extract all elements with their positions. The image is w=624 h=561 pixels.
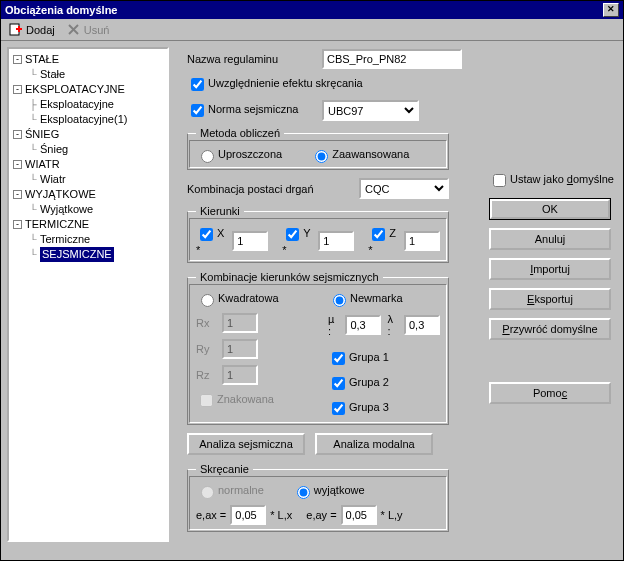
method-group: Metoda obliczeń Uproszczona Zaawansowana [187, 127, 449, 170]
z-input[interactable] [404, 231, 440, 251]
side-panel: Ustaw jako domyślne OK Anuluj Importuj E… [489, 171, 611, 404]
collapse-icon[interactable]: - [13, 160, 22, 169]
tree-node-stale-child[interactable]: └Stałe [11, 67, 165, 82]
collapse-icon[interactable]: - [13, 130, 22, 139]
branch-icon: └ [29, 142, 37, 157]
remove-icon [67, 23, 80, 36]
branch-icon: └ [29, 172, 37, 187]
norm-select[interactable]: UBC97 [322, 100, 419, 121]
add-page-icon [9, 23, 22, 36]
ry-label: Ry [196, 343, 218, 355]
help-button[interactable]: Pomoc [489, 382, 611, 404]
komb-select[interactable]: CQC [359, 178, 449, 199]
kwadr-radio[interactable]: Kwadratowa [196, 291, 304, 307]
tree-node-wyj[interactable]: -WYJĄTKOWE [11, 187, 165, 202]
rz-input [222, 365, 258, 385]
rx-input [222, 313, 258, 333]
branch-icon: └ [29, 232, 37, 247]
ry-input [222, 339, 258, 359]
branch-icon: ├ [29, 97, 37, 112]
remove-button: Usuń [67, 23, 110, 36]
komb-label: Kombinacja postaci drgań [187, 183, 314, 195]
tree-node-ekspl-child1[interactable]: └Eksploatacyjne(1) [11, 112, 165, 127]
torsion-group: Skręcanie normalne wyjątkowe e,ax =* L,x… [187, 463, 449, 532]
eay-suffix: * L,y [381, 509, 403, 521]
tree-view[interactable]: -STAŁE └Stałe -EKSPLOATACYJNE ├Eksploata… [7, 47, 169, 542]
norm-checkbox[interactable]: Norma sejsmiczna [187, 101, 322, 120]
method-legend: Metoda obliczeń [196, 127, 284, 139]
g2-checkbox[interactable]: Grupa 2 [328, 374, 440, 393]
mu-label: µ : [328, 313, 339, 337]
eay-input[interactable] [341, 505, 377, 525]
branch-icon: └ [29, 202, 37, 217]
znak-checkbox: Znakowana [196, 391, 304, 410]
seismic-analysis-button[interactable]: Analiza sejsmiczna [187, 433, 305, 455]
window-title: Obciążenia domyślne [5, 4, 117, 16]
add-label: Dodaj [26, 24, 55, 36]
rx-label: Rx [196, 317, 218, 329]
tree-node-stale[interactable]: -STAŁE [11, 52, 165, 67]
collapse-icon[interactable]: - [13, 85, 22, 94]
y-checkbox[interactable]: Y * [282, 225, 314, 256]
collapse-icon[interactable]: - [13, 220, 22, 229]
tree-node-term-child[interactable]: └Termiczne [11, 232, 165, 247]
tree-node-term[interactable]: -TERMICZNE [11, 217, 165, 232]
eax-input[interactable] [230, 505, 266, 525]
tree-node-snieg[interactable]: -ŚNIEG [11, 127, 165, 142]
twist-checkbox[interactable]: Uwzględnienie efektu skręcania [187, 75, 363, 94]
g3-checkbox[interactable]: Grupa 3 [328, 399, 440, 418]
mu-input[interactable] [345, 315, 381, 335]
tree-node-snieg-child[interactable]: └Śnieg [11, 142, 165, 157]
export-button[interactable]: Eksportuj [489, 288, 611, 310]
close-button[interactable]: ✕ [603, 3, 619, 17]
tree-node-wiatr-child[interactable]: └Wiatr [11, 172, 165, 187]
tree-node-ekspl-child0[interactable]: ├Eksploatacyjne [11, 97, 165, 112]
branch-icon: └ [29, 67, 37, 82]
tree-node-wyj-child[interactable]: └Wyjątkowe [11, 202, 165, 217]
lambda-input[interactable] [404, 315, 440, 335]
x-checkbox[interactable]: X * [196, 225, 228, 256]
modal-analysis-button[interactable]: Analiza modalna [315, 433, 433, 455]
skr-normal-radio: normalne [196, 483, 264, 499]
titlebar: Obciążenia domyślne ✕ [1, 1, 623, 19]
add-button[interactable]: Dodaj [9, 23, 55, 36]
toolbar: Dodaj Usuń [1, 19, 623, 41]
kks-legend: Kombinacje kierunków sejsmicznych [196, 271, 383, 283]
method-simple-radio[interactable]: Uproszczona [196, 147, 282, 163]
ok-button[interactable]: OK [489, 198, 611, 220]
cancel-button[interactable]: Anuluj [489, 228, 611, 250]
import-button[interactable]: Importuj [489, 258, 611, 280]
g1-checkbox[interactable]: Grupa 1 [328, 349, 440, 368]
method-adv-radio[interactable]: Zaawansowana [310, 147, 409, 163]
skr-wyj-radio[interactable]: wyjątkowe [292, 483, 365, 499]
eay-label: e,ay = [306, 509, 336, 521]
tree-node-wiatr[interactable]: -WIATR [11, 157, 165, 172]
name-input[interactable] [322, 49, 462, 69]
branch-icon: └ [29, 112, 37, 127]
skr-legend: Skręcanie [196, 463, 253, 475]
tree-node-ekspl[interactable]: -EKSPLOATACYJNE [11, 82, 165, 97]
tree-node-sejsm[interactable]: └SEJSMICZNE [11, 247, 165, 262]
restore-button[interactable]: Przywróć domyślne [489, 318, 611, 340]
x-input[interactable] [232, 231, 268, 251]
remove-label: Usuń [84, 24, 110, 36]
collapse-icon[interactable]: - [13, 190, 22, 199]
form-pane: Nazwa regulaminu Uwzględnienie efektu sk… [175, 47, 617, 553]
z-checkbox[interactable]: Z * [368, 225, 400, 256]
eax-suffix: * L,x [270, 509, 292, 521]
directions-group: Kierunki X * Y * Z * [187, 205, 449, 263]
kier-legend: Kierunki [196, 205, 244, 217]
rz-label: Rz [196, 369, 218, 381]
eax-label: e,ax = [196, 509, 226, 521]
newmark-radio[interactable]: Newmarka [328, 291, 440, 307]
name-label: Nazwa regulaminu [187, 53, 322, 65]
branch-icon: └ [29, 247, 37, 262]
komb-seismic-group: Kombinacje kierunków sejsmicznych Kwadra… [187, 271, 449, 425]
y-input[interactable] [318, 231, 354, 251]
collapse-icon[interactable]: - [13, 55, 22, 64]
lambda-label: λ : [387, 313, 398, 337]
set-default-checkbox[interactable]: Ustaw jako domyślne [489, 171, 611, 190]
